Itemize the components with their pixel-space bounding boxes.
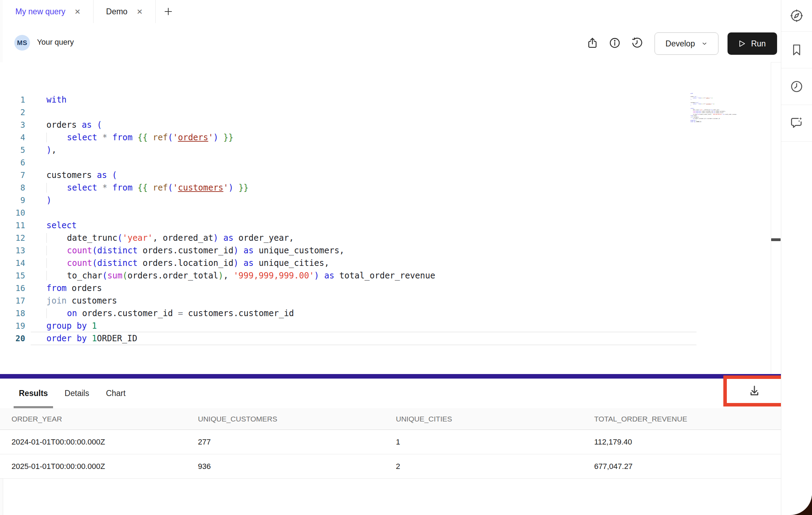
sidebar-history-button[interactable]	[781, 68, 812, 105]
minimap[interactable]: withorders as ( select * from {{ ref('or…	[691, 93, 750, 131]
line-number-gutter: 1234567891011121314151617181920	[0, 94, 27, 345]
code-line[interactable]: group by 1	[46, 320, 435, 332]
play-icon	[739, 40, 746, 47]
line-number: 17	[0, 294, 27, 307]
table-cell: 677,047.27	[594, 462, 781, 471]
clock-icon	[789, 79, 804, 94]
code-line[interactable]: select * from {{ ref('customers') }}	[46, 181, 435, 194]
line-number: 16	[0, 282, 27, 294]
sidebar-ai-chat-button[interactable]	[781, 105, 812, 142]
results-tab-results[interactable]: Results	[19, 379, 48, 408]
code-lines: withorders as ( select * from {{ ref('or…	[691, 93, 697, 122]
sidebar-compass-button[interactable]	[781, 0, 812, 32]
code-line[interactable]	[46, 106, 435, 119]
history-icon	[631, 37, 643, 49]
chat-sparkles-icon	[789, 115, 804, 131]
table-header-cell: ORDER_YEAR	[0, 415, 198, 423]
line-number: 6	[0, 156, 27, 169]
run-label: Run	[751, 39, 766, 48]
tab-demo[interactable]: Demo✕	[94, 0, 156, 23]
line-number: 9	[0, 194, 27, 207]
right-sidebar	[781, 0, 812, 515]
sql-editor[interactable]: 1234567891011121314151617181920 withorde…	[0, 62, 771, 374]
table-header-cell: UNIQUE_CUSTOMERS	[198, 415, 396, 423]
code-line[interactable]	[46, 156, 435, 169]
code-line[interactable]: ),	[46, 144, 435, 156]
code-line[interactable]: with	[46, 94, 435, 106]
results-tab-chart[interactable]: Chart	[106, 379, 125, 408]
table-cell: 1	[396, 438, 594, 447]
tab-bar: My new query✕Demo✕	[3, 0, 781, 23]
results-divider-bar[interactable]	[0, 374, 781, 379]
code-line[interactable]: )	[46, 194, 435, 207]
table-header-cell: UNIQUE_CITIES	[396, 415, 594, 423]
avatar: MS	[14, 35, 30, 51]
code-line[interactable]: from orders	[46, 282, 435, 294]
panel-resize-handle[interactable]	[771, 238, 781, 241]
code-line[interactable]: customers as (	[46, 169, 435, 181]
close-icon[interactable]: ✕	[136, 8, 143, 15]
results-table: 2024-01-01T00:00:00.000Z2771112,179.4020…	[0, 430, 781, 479]
tab-my-new-query[interactable]: My new query✕	[3, 0, 94, 23]
share-icon	[586, 37, 599, 49]
tab-label: My new query	[15, 7, 65, 16]
code-line[interactable]: on orders.customer_id = customers.custom…	[46, 307, 435, 320]
code-line[interactable]: select * from {{ ref('orders') }}	[46, 131, 435, 144]
code-line[interactable]: date_trunc('year', ordered_at) as order_…	[46, 232, 435, 244]
results-tab-bar: ResultsDetailsChart	[0, 379, 781, 408]
line-number: 18	[0, 307, 27, 320]
develop-button[interactable]: Develop	[655, 32, 718, 55]
line-number: 13	[0, 244, 27, 257]
code-line[interactable]: orders as (	[46, 119, 435, 131]
results-tab-details[interactable]: Details	[65, 379, 89, 408]
info-button[interactable]	[608, 36, 621, 50]
code-line[interactable]	[46, 207, 435, 219]
share-button[interactable]	[586, 36, 599, 50]
history-button[interactable]	[630, 36, 644, 50]
tab-label: Demo	[106, 7, 127, 16]
page-title: Your query	[37, 38, 74, 47]
table-row: 2025-01-01T00:00:00.000Z9362677,047.27	[0, 454, 781, 479]
bookmark-icon	[789, 43, 804, 57]
line-number: 19	[0, 320, 27, 332]
line-number: 2	[0, 106, 27, 119]
app-window: My new query✕Demo✕ MS Your query	[0, 0, 812, 515]
info-icon	[608, 37, 621, 49]
code-line[interactable]: count(distinct orders.customer_id) as un…	[46, 244, 435, 257]
download-button[interactable]	[747, 384, 762, 398]
table-header-cell: TOTAL_ORDER_REVENUE	[594, 415, 781, 423]
table-cell: 2025-01-01T00:00:00.000Z	[0, 462, 198, 471]
table-cell: 277	[198, 438, 396, 447]
code-line[interactable]: to_char(sum(orders.order_total), '999,99…	[46, 269, 435, 282]
compass-icon	[789, 8, 804, 23]
chevron-down-icon	[701, 40, 708, 47]
corner-decoration	[782, 495, 812, 515]
editor-right-border	[771, 62, 771, 374]
sidebar-bookmark-button[interactable]	[781, 32, 812, 68]
line-number: 4	[0, 131, 27, 144]
new-tab-button[interactable]	[156, 0, 181, 23]
code-line[interactable]: count(distinct orders.location_id) as un…	[46, 257, 435, 269]
code-line[interactable]: select	[46, 219, 435, 232]
develop-label: Develop	[665, 39, 695, 48]
line-number: 7	[0, 169, 27, 181]
table-cell: 112,179.40	[594, 438, 781, 447]
line-number: 12	[0, 232, 27, 244]
plus-icon	[163, 7, 173, 16]
code-line[interactable]: join customers	[46, 294, 435, 307]
download-icon	[747, 384, 762, 398]
line-number: 20	[0, 332, 27, 345]
line-number: 8	[0, 181, 27, 194]
table-cell: 936	[198, 462, 396, 471]
table-row: 2024-01-01T00:00:00.000Z2771112,179.40	[0, 430, 781, 454]
code-lines: withorders as ( select * from {{ ref('or…	[46, 94, 435, 345]
line-number: 14	[0, 257, 27, 269]
code-line[interactable]: order by 1ORDER_ID	[46, 332, 435, 345]
line-number: 3	[0, 119, 27, 131]
close-icon[interactable]: ✕	[74, 8, 81, 15]
line-number: 10	[0, 207, 27, 219]
table-cell: 2	[396, 462, 594, 471]
line-number: 1	[0, 94, 27, 106]
run-button[interactable]: Run	[728, 32, 777, 55]
table-header-row: ORDER_YEARUNIQUE_CUSTOMERSUNIQUE_CITIEST…	[0, 408, 781, 430]
